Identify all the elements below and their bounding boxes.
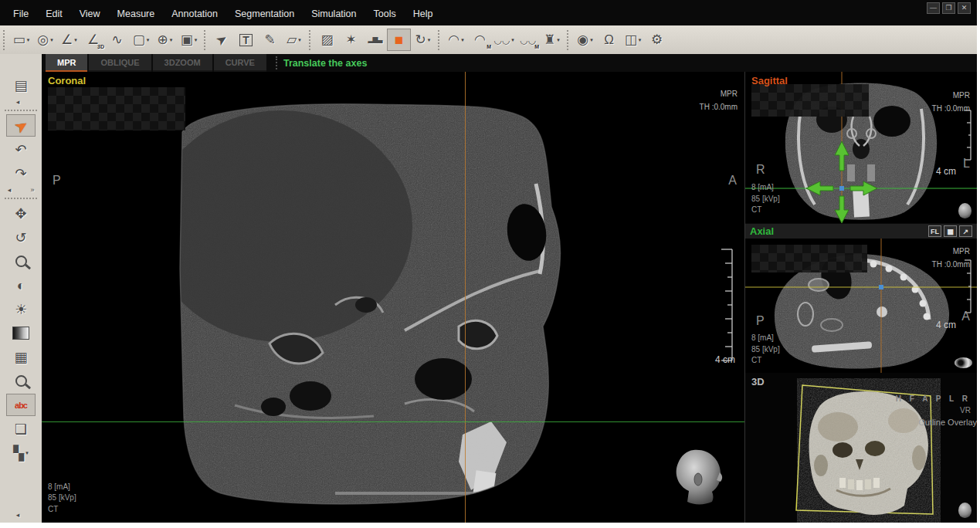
zoom-region-button[interactable] <box>6 370 36 392</box>
menu-help[interactable]: Help <box>405 3 442 25</box>
coronal-view[interactable]: Coronal MPR TH :0.0mm P A 4 cm 8 [mA] 85… <box>42 72 745 523</box>
tab-3dzoom[interactable]: 3DZOOM <box>153 54 212 72</box>
sidebar-collapse-button[interactable]: ◂ <box>3 98 32 107</box>
slice-thickness-label: TH :0.0mm <box>932 102 970 115</box>
contrast-tool-button[interactable]: ◐ <box>6 274 36 296</box>
chevron-down-icon: ▾ <box>27 37 30 43</box>
layout-tool-button[interactable]: ◫▾ <box>621 29 645 51</box>
eye-orientation-icon[interactable] <box>955 357 972 368</box>
roi-rectangle-icon: ▢ <box>133 33 145 46</box>
slab-thickness-button[interactable]: ▦ <box>6 346 36 368</box>
angle-3d-tool-button[interactable]: ∠3D <box>81 29 105 51</box>
menu-simulation[interactable]: Simulation <box>303 3 365 25</box>
text-overlay-toggle-button[interactable]: abc <box>6 394 36 416</box>
toolbar-separator <box>309 30 310 50</box>
scale-label: 4 cm <box>936 320 956 330</box>
chevron-down-icon: ▾ <box>461 37 464 43</box>
teeth-icon: ◡◡ <box>520 36 536 45</box>
angle-tool-button[interactable]: ∠▾ <box>57 29 81 51</box>
axial-view-title: Axial <box>750 225 774 237</box>
restore-button[interactable]: ❐ <box>942 2 955 14</box>
fl-button[interactable]: FL <box>928 225 941 237</box>
menu-edit[interactable]: Edit <box>37 3 71 25</box>
menu-items: File Edit View Measure Annotation Segmen… <box>0 3 441 25</box>
acquisition-info: 8 [mA] 85 [kVp] CT <box>751 333 780 367</box>
patient-tool-button[interactable]: Ω <box>597 29 621 51</box>
settings-tool-button[interactable]: ⚙ <box>645 29 669 51</box>
chevron-down-icon: ▾ <box>50 37 53 43</box>
ruler-tool-button[interactable]: ▭▾ <box>9 29 33 51</box>
teeth-segmentation-tool-button[interactable]: ◡◡▾ <box>492 29 516 51</box>
volume-of-interest-button[interactable]: ❏ <box>6 418 36 440</box>
menu-tools[interactable]: Tools <box>365 3 405 25</box>
profile-curve-tool-button[interactable]: ∿ <box>105 29 129 51</box>
chevron-down-icon: ▾ <box>74 37 77 43</box>
profile-curve-icon: ∿ <box>111 33 122 46</box>
magic-wand-tool-button[interactable]: ✶ <box>339 29 363 51</box>
text-annotation-tool-button[interactable]: T <box>234 29 258 51</box>
sidebar-collapse-button[interactable]: ◂ <box>3 511 32 520</box>
select-cursor-tool-button[interactable]: ➤ <box>210 29 234 51</box>
tab-oblique[interactable]: OBLIQUE <box>89 54 151 72</box>
menu-view[interactable]: View <box>71 3 109 25</box>
pointer-select-button[interactable]: ➤ <box>6 114 36 137</box>
head-orientation-icon[interactable] <box>958 203 972 218</box>
print-button[interactable]: ▤ <box>6 74 36 96</box>
workspace: ▤ ◂ ➤ ↶ ↷ ◂ » ✥ ↺ ◐ ☀ ▦ abc ❏ <box>0 54 977 523</box>
orange-pointer-icon: ➤ <box>12 116 31 136</box>
pencil-draw-tool-button[interactable]: ✎ <box>258 29 282 51</box>
tape-measure-tool-button[interactable]: ◎▾ <box>33 29 57 51</box>
implant-tool-button[interactable]: ♜▾ <box>540 29 564 51</box>
axial-view[interactable]: MPR TH :0.0mm P A 4 cm 8 [mA] 85 [kVp] C… <box>745 239 977 373</box>
rotate-region-icon: ↻ <box>415 33 426 46</box>
region-copy-tool-button[interactable]: ■ <box>387 29 411 51</box>
undo-button[interactable]: ↶ <box>6 138 36 161</box>
tab-mpr[interactable]: MPR <box>46 54 87 72</box>
coronal-crosshair-vertical[interactable] <box>465 72 466 523</box>
pan-tool-button[interactable]: ✥ <box>6 202 36 225</box>
zoom-tool-button[interactable] <box>6 250 36 272</box>
transform-region-tool-button[interactable]: ↻▾ <box>411 29 435 51</box>
minimize-button[interactable]: — <box>927 2 940 14</box>
left-sidebar: ▤ ◂ ➤ ↶ ↷ ◂ » ✥ ↺ ◐ ☀ ▦ abc ❏ <box>0 72 42 523</box>
arch-manual-tool-button[interactable]: ◠M <box>468 29 492 51</box>
menu-annotation[interactable]: Annotation <box>163 3 226 25</box>
shapes-icon: ▱ <box>287 33 297 46</box>
arch-curve-tool-button[interactable]: ◠▾ <box>444 29 468 51</box>
edit-mask-tool-button[interactable]: ▨ <box>315 29 339 51</box>
outline-overlay-label: Outline Overlay <box>918 418 977 427</box>
sidebar-more-button[interactable]: » <box>27 186 38 195</box>
histogram-tool-button[interactable]: ▂▆▃ <box>363 29 387 51</box>
menu-file[interactable]: File <box>5 3 37 25</box>
toolbar-separator <box>567 30 568 50</box>
sagittal-view[interactable]: Sagittal MPR TH :0.0mm R L 4 cm 8 [mA] 8… <box>745 72 977 223</box>
windowing-tool-button[interactable] <box>6 322 36 344</box>
layout-grid-button[interactable]: ▚▾ <box>6 442 36 464</box>
orientation-posterior-label: P <box>53 174 61 188</box>
volume-3d-view[interactable]: 3D H F A P L R VR Outline Overlay <box>745 373 977 523</box>
shapes-tool-button[interactable]: ▱▾ <box>282 29 306 51</box>
chevron-down-icon: ▾ <box>147 37 150 43</box>
slab-box-icon: ▦ <box>14 350 27 364</box>
expand-view-button[interactable]: ↗ <box>959 225 972 237</box>
redo-button[interactable]: ↷ <box>6 162 36 184</box>
menu-measure[interactable]: Measure <box>109 3 164 25</box>
patient-info-redacted <box>751 245 867 272</box>
toolbar-separator <box>204 30 205 50</box>
coronal-crosshair-horizontal[interactable] <box>42 421 744 422</box>
grid-layout-button[interactable]: ▦ <box>944 225 957 237</box>
volume-measure-tool-button[interactable]: ▣▾ <box>177 29 201 51</box>
coronal-scale-ruler <box>721 249 732 360</box>
menu-bar: File Edit View Measure Annotation Segmen… <box>0 0 977 25</box>
close-button[interactable]: ✕ <box>958 2 971 14</box>
rotate-tool-button[interactable]: ↺ <box>6 226 36 249</box>
roi-rectangle-tool-button[interactable]: ▢▾ <box>129 29 153 51</box>
brightness-tool-button[interactable]: ☀ <box>6 298 36 320</box>
teeth-manual-tool-button[interactable]: ◡◡M <box>516 29 540 51</box>
head-orientation-icon[interactable] <box>958 503 972 518</box>
tab-curve[interactable]: CURVE <box>214 54 266 72</box>
sphere-tool-button[interactable]: ⊕▾ <box>153 29 177 51</box>
menu-segmentation[interactable]: Segmentation <box>226 3 303 25</box>
sidebar-collapse-button[interactable]: ◂ <box>4 186 15 195</box>
capture-tool-button[interactable]: ◉▾ <box>573 29 597 51</box>
